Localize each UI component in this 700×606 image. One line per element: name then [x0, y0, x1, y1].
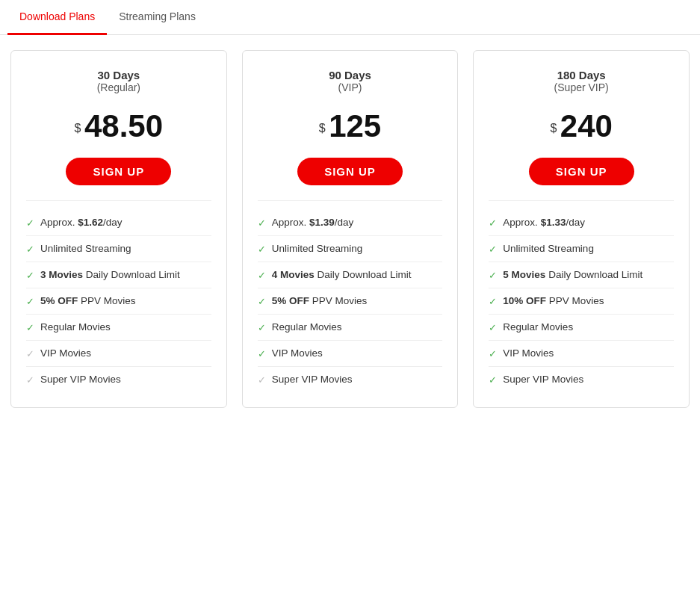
feature-text: Regular Movies: [272, 321, 342, 333]
feature-item: ✓Super VIP Movies: [258, 367, 443, 392]
check-active-icon: ✓: [489, 348, 497, 359]
feature-item: ✓4 Movies Daily Download Limit: [258, 262, 443, 288]
check-active-icon: ✓: [489, 217, 497, 229]
price-amount: 48.50: [84, 108, 163, 143]
feature-text: Unlimited Streaming: [503, 243, 594, 254]
feature-text: Regular Movies: [503, 321, 573, 333]
feature-item: ✓Regular Movies: [26, 315, 211, 341]
feature-item: ✓Unlimited Streaming: [258, 236, 443, 262]
feature-item: ✓VIP Movies: [258, 341, 443, 367]
feature-text: 3 Movies Daily Download Limit: [40, 269, 180, 280]
plan-type: (Super VIP): [554, 81, 609, 93]
check-active-icon: ✓: [26, 217, 34, 229]
plan-price: $ 240: [550, 108, 612, 144]
price-amount: 240: [560, 108, 613, 143]
plan-type: (Regular): [97, 81, 140, 93]
feature-item: ✓5% OFF PPV Movies: [258, 288, 443, 315]
feature-text: Unlimited Streaming: [40, 243, 131, 254]
feature-text: 10% OFF PPV Movies: [503, 295, 604, 306]
feature-item: ✓VIP Movies: [26, 341, 211, 367]
check-active-icon: ✓: [489, 270, 497, 281]
check-inactive-icon: ✓: [258, 374, 266, 386]
feature-item: ✓5% OFF PPV Movies: [26, 288, 211, 315]
plans-container: 30 Days(Regular)$ 48.50SIGN UP✓Approx. $…: [0, 35, 700, 423]
check-active-icon: ✓: [258, 217, 266, 229]
signup-button-regular[interactable]: SIGN UP: [66, 158, 171, 185]
features-list: ✓Approx. $1.62/day✓Unlimited Streaming✓3…: [26, 200, 211, 392]
plan-card-super-vip: 180 Days(Super VIP)$ 240SIGN UP✓Approx. …: [473, 50, 690, 408]
price-amount: 125: [329, 108, 381, 143]
feature-text: VIP Movies: [272, 347, 323, 359]
feature-item: ✓10% OFF PPV Movies: [489, 288, 674, 315]
plan-card-vip: 90 Days(VIP)$ 125SIGN UP✓Approx. $1.39/d…: [242, 50, 459, 408]
feature-item: ✓Super VIP Movies: [26, 367, 211, 392]
feature-text: Unlimited Streaming: [272, 243, 363, 254]
feature-text: 5 Movies Daily Download Limit: [503, 269, 642, 280]
feature-text: Super VIP Movies: [503, 374, 583, 385]
feature-item: ✓Unlimited Streaming: [26, 236, 211, 262]
currency-symbol: $: [550, 122, 560, 135]
currency-symbol: $: [319, 122, 329, 135]
feature-text: Super VIP Movies: [272, 374, 353, 385]
plan-price: $ 125: [319, 108, 381, 144]
check-active-icon: ✓: [258, 270, 266, 281]
feature-text: Regular Movies: [40, 321, 111, 333]
feature-item: ✓Approx. $1.39/day: [258, 210, 443, 236]
check-active-icon: ✓: [26, 244, 34, 255]
tab-streaming[interactable]: Streaming Plans: [107, 0, 208, 35]
feature-item: ✓VIP Movies: [489, 341, 674, 367]
check-active-icon: ✓: [258, 322, 266, 333]
check-active-icon: ✓: [26, 322, 34, 333]
features-list: ✓Approx. $1.39/day✓Unlimited Streaming✓4…: [258, 200, 443, 392]
plan-card-regular: 30 Days(Regular)$ 48.50SIGN UP✓Approx. $…: [10, 50, 227, 408]
feature-item: ✓Super VIP Movies: [489, 367, 674, 392]
plan-type: (VIP): [338, 81, 362, 93]
features-list: ✓Approx. $1.33/day✓Unlimited Streaming✓5…: [489, 200, 674, 392]
check-inactive-icon: ✓: [26, 348, 34, 359]
feature-item: ✓5 Movies Daily Download Limit: [489, 262, 674, 288]
check-active-icon: ✓: [26, 296, 34, 307]
feature-item: ✓Unlimited Streaming: [489, 236, 674, 262]
signup-button-vip[interactable]: SIGN UP: [297, 158, 403, 185]
check-active-icon: ✓: [258, 348, 266, 359]
check-active-icon: ✓: [489, 296, 497, 307]
check-active-icon: ✓: [258, 296, 266, 307]
feature-text: Approx. $1.33/day: [503, 217, 585, 228]
feature-text: Super VIP Movies: [40, 374, 121, 385]
feature-item: ✓Approx. $1.33/day: [489, 210, 674, 236]
tab-download[interactable]: Download Plans: [7, 0, 107, 35]
feature-text: 5% OFF PPV Movies: [272, 295, 368, 306]
check-active-icon: ✓: [489, 244, 497, 255]
plan-duration: 30 Days: [97, 69, 140, 81]
feature-text: 5% OFF PPV Movies: [40, 295, 136, 306]
plan-price: $ 48.50: [75, 108, 163, 144]
currency-symbol: $: [75, 122, 84, 135]
feature-item: ✓Regular Movies: [258, 315, 443, 341]
feature-item: ✓Regular Movies: [489, 315, 674, 341]
signup-button-super-vip[interactable]: SIGN UP: [529, 158, 634, 185]
feature-text: 4 Movies Daily Download Limit: [272, 269, 412, 280]
check-active-icon: ✓: [489, 322, 497, 333]
plan-duration: 180 Days: [557, 69, 606, 81]
feature-text: VIP Movies: [40, 347, 91, 359]
tabs-container: Download PlansStreaming Plans: [0, 0, 700, 35]
check-active-icon: ✓: [489, 374, 497, 386]
feature-text: Approx. $1.39/day: [272, 217, 354, 228]
check-inactive-icon: ✓: [26, 374, 34, 386]
feature-item: ✓3 Movies Daily Download Limit: [26, 262, 211, 288]
plan-duration: 90 Days: [329, 69, 371, 81]
check-active-icon: ✓: [26, 270, 34, 281]
feature-text: VIP Movies: [503, 347, 554, 359]
feature-item: ✓Approx. $1.62/day: [26, 210, 211, 236]
feature-text: Approx. $1.62/day: [40, 217, 123, 228]
check-active-icon: ✓: [258, 244, 266, 255]
